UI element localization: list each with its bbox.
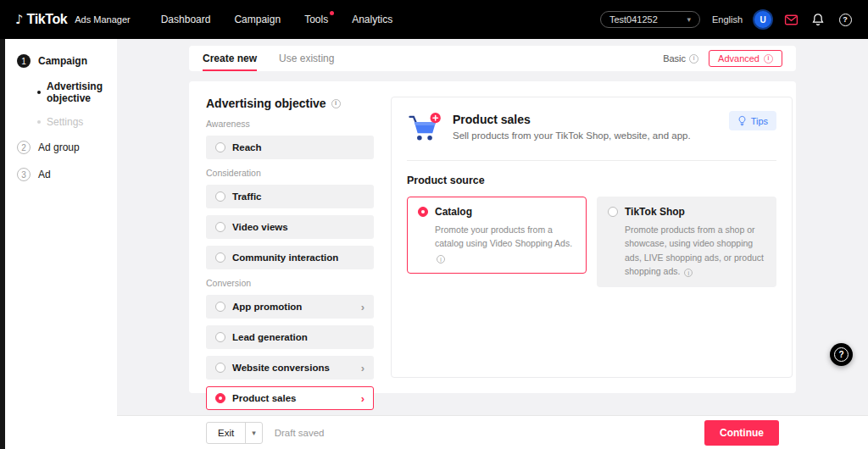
group-label-conversion: Conversion <box>206 278 374 288</box>
tiktok-note-icon: ♪ <box>15 14 24 26</box>
continue-button[interactable]: Continue <box>704 420 779 446</box>
divider <box>407 160 776 161</box>
bell-icon[interactable] <box>810 12 826 27</box>
exit-dropdown-caret[interactable]: ▾ <box>245 423 262 443</box>
group-label-awareness: Awareness <box>206 119 374 129</box>
chevron-down-icon: ▾ <box>687 15 691 24</box>
brand-suffix: Ads Manager <box>75 14 130 25</box>
brand-name: TikTok <box>27 12 68 27</box>
tiktok-logo[interactable]: ♪ TikTok Ads Manager <box>15 12 131 27</box>
lightbulb-icon <box>737 115 747 126</box>
footer-bar: Exit ▾ Draft saved Continue <box>117 415 868 449</box>
step-label: Ad group <box>38 141 80 153</box>
campaign-content-card: Advertising objective Awareness Reach Co… <box>189 81 796 393</box>
account-select-value: Test041252 <box>609 14 658 25</box>
objective-option-community-interaction[interactable]: Community interaction <box>206 246 374 269</box>
radio-checked-icon <box>215 393 225 403</box>
info-icon <box>689 54 698 64</box>
exit-split-button: Exit ▾ <box>206 422 263 444</box>
info-icon[interactable] <box>684 269 693 277</box>
radio-icon <box>608 207 618 217</box>
detail-title: Product sales <box>453 113 691 126</box>
radio-checked-icon <box>418 207 428 217</box>
source-option-tiktok-shop[interactable]: TikTok Shop Promote products from a shop… <box>597 197 776 287</box>
step-number-1: 1 <box>17 54 31 68</box>
info-icon <box>764 54 773 64</box>
radio-icon <box>215 363 225 373</box>
info-icon[interactable] <box>331 99 341 108</box>
tips-button[interactable]: Tips <box>729 111 776 130</box>
advanced-mode-button[interactable]: Advanced <box>709 50 782 67</box>
info-icon[interactable] <box>437 255 445 263</box>
sub-item-label: Advertising objective <box>47 80 117 104</box>
floating-help-button[interactable]: ? <box>830 343 853 366</box>
avatar[interactable]: U <box>754 11 771 28</box>
sidebar-step-ad-group[interactable]: 2 Ad group <box>5 134 117 161</box>
objective-option-product-sales[interactable]: Product sales <box>206 386 374 410</box>
detail-header-text: Product sales Sell products from your Ti… <box>453 111 691 141</box>
sidebar-item-settings[interactable]: Settings <box>5 110 117 134</box>
group-label-consideration: Consideration <box>206 168 374 178</box>
nav-analytics[interactable]: Analytics <box>352 14 392 25</box>
objective-option-lead-generation[interactable]: Lead generation <box>206 325 374 349</box>
language-selector[interactable]: English <box>712 14 743 25</box>
top-navigation: Dashboard Campaign Tools Analytics <box>161 14 392 25</box>
account-select[interactable]: Test041252 ▾ <box>600 11 700 28</box>
draft-status: Draft saved <box>275 428 325 438</box>
steps-sidebar: 1 Campaign Advertising objective Setting… <box>5 39 117 449</box>
chevron-right-icon <box>361 302 364 313</box>
objective-option-reach[interactable]: Reach <box>206 136 374 159</box>
step-label: Campaign <box>38 55 87 67</box>
source-description: Promote products from a shop or showcase… <box>608 223 765 278</box>
objective-title: Advertising objective <box>206 97 374 110</box>
nav-tools[interactable]: Tools <box>304 14 328 25</box>
sidebar-item-advertising-objective[interactable]: Advertising objective <box>5 75 117 110</box>
objective-column: Advertising objective Awareness Reach Co… <box>206 97 374 378</box>
source-description: Promote your products from a catalog usi… <box>418 223 576 264</box>
exit-button[interactable]: Exit <box>207 423 245 443</box>
radio-icon <box>215 142 225 152</box>
bullet-icon <box>37 91 41 94</box>
sidebar-step-ad[interactable]: 3 Ad <box>5 161 117 188</box>
radio-icon <box>215 252 225 263</box>
sidebar-step-campaign[interactable]: 1 Campaign <box>5 47 117 75</box>
step-number-3: 3 <box>17 168 31 181</box>
radio-icon <box>215 332 225 342</box>
notification-dot <box>330 11 334 15</box>
nav-dashboard[interactable]: Dashboard <box>161 14 211 25</box>
chevron-right-icon <box>361 363 364 374</box>
step-label: Ad <box>38 169 51 180</box>
objective-option-traffic[interactable]: Traffic <box>206 185 374 208</box>
tab-use-existing[interactable]: Use existing <box>279 46 334 71</box>
product-sales-panel: Product sales Sell products from your Ti… <box>391 97 793 378</box>
shopping-cart-icon <box>407 111 442 148</box>
product-source-title: Product source <box>407 175 776 186</box>
radio-icon <box>215 302 225 312</box>
source-option-catalog[interactable]: Catalog Promote your products from a cat… <box>407 197 587 274</box>
tab-create-new[interactable]: Create new <box>203 46 257 71</box>
objective-option-app-promotion[interactable]: App promotion <box>206 295 374 319</box>
step-number-2: 2 <box>17 141 31 154</box>
chevron-right-icon <box>361 393 364 404</box>
radio-icon <box>215 222 225 232</box>
detail-subtitle: Sell products from your TikTok Shop, web… <box>453 130 691 141</box>
nav-campaign[interactable]: Campaign <box>234 14 281 25</box>
mail-icon[interactable] <box>783 12 798 27</box>
tabs-bar: Create new Use existing Basic Advanced <box>189 46 796 71</box>
objective-option-video-views[interactable]: Video views <box>206 215 374 239</box>
objective-option-website-conversions[interactable]: Website conversions <box>206 356 374 380</box>
topbar: ♪ TikTok Ads Manager Dashboard Campaign … <box>0 0 868 39</box>
radio-icon <box>215 191 225 202</box>
bullet-icon <box>37 120 41 124</box>
basic-mode-toggle[interactable]: Basic <box>663 53 698 64</box>
sub-item-label: Settings <box>47 116 83 128</box>
help-icon[interactable]: ? <box>837 12 853 27</box>
